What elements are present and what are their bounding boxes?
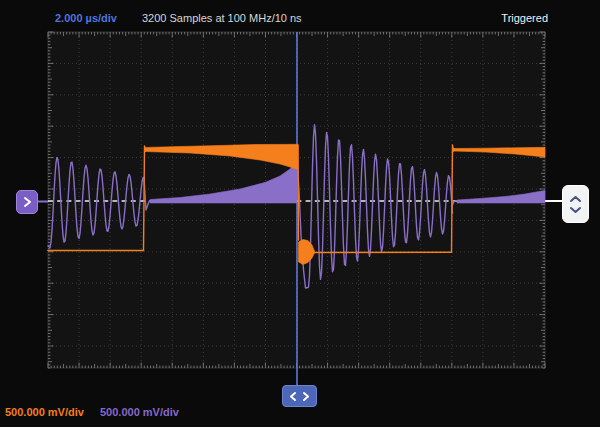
oscilloscope-window: 2.000 µs/div 3200 Samples at 100 MHz/10 … [0, 0, 600, 427]
ch2-scale-readout: 500.000 mV/div [100, 406, 179, 419]
trigger-position-button[interactable] [282, 385, 317, 407]
chevron-left-icon [289, 391, 297, 402]
chevron-right-icon [302, 391, 310, 402]
trigger-level-button[interactable] [562, 185, 589, 223]
ch1-scale-readout: 500.000 mV/div [5, 406, 84, 419]
chevron-up-icon [569, 195, 582, 203]
ch2-offset-button[interactable] [16, 190, 38, 214]
chevron-down-icon [569, 206, 582, 214]
chevron-right-icon [22, 196, 32, 208]
scope-display[interactable] [0, 0, 600, 427]
channel-1-trace [298, 145, 299, 240]
